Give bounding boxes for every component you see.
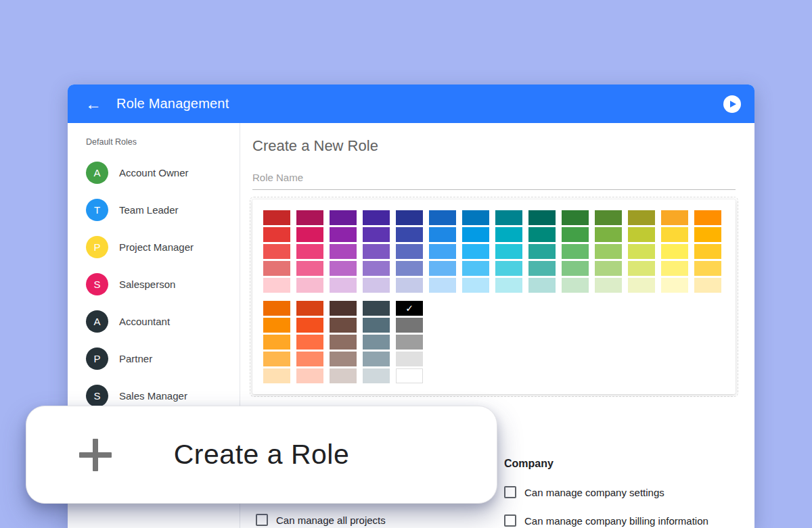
color-swatch-lime[interactable] — [628, 244, 655, 259]
sidebar-item-account-owner[interactable]: AAccount Owner — [68, 154, 240, 191]
color-swatch-indigo[interactable] — [396, 261, 423, 276]
color-swatch-cyan[interactable] — [495, 244, 522, 259]
color-swatch-green[interactable] — [562, 210, 589, 225]
sidebar-item-partner[interactable]: PPartner — [68, 340, 240, 377]
color-swatch-cyan[interactable] — [495, 278, 522, 293]
color-swatch-indigo[interactable] — [396, 227, 423, 242]
color-swatch-amber[interactable] — [694, 227, 721, 242]
color-swatch-yellow[interactable] — [661, 261, 688, 276]
color-swatch-light-green[interactable] — [595, 210, 622, 225]
checkbox[interactable] — [256, 514, 268, 526]
color-swatch-lime[interactable] — [628, 227, 655, 242]
color-swatch-blue-grey[interactable] — [363, 352, 390, 366]
color-swatch-blue[interactable] — [429, 210, 456, 225]
checkbox[interactable] — [504, 514, 516, 527]
color-swatch-red[interactable] — [263, 244, 290, 259]
color-swatch-green[interactable] — [562, 227, 589, 242]
color-swatch-blue[interactable] — [429, 278, 456, 293]
color-swatch-yellow[interactable] — [661, 210, 688, 225]
color-swatch-red[interactable] — [263, 227, 290, 242]
color-swatch-yellow[interactable] — [661, 244, 688, 259]
create-role-button[interactable]: Create a Role — [26, 406, 497, 504]
color-swatch-cyan[interactable] — [495, 261, 522, 276]
color-swatch-teal[interactable] — [528, 227, 556, 242]
color-swatch-deep-orange[interactable] — [296, 352, 323, 366]
color-swatch-light-blue[interactable] — [462, 261, 489, 276]
color-swatch-pink[interactable] — [296, 261, 323, 276]
color-swatch-red[interactable] — [263, 261, 290, 276]
color-swatch-purple[interactable] — [330, 261, 357, 276]
color-swatch-deep-purple[interactable] — [363, 227, 390, 242]
color-swatch-purple[interactable] — [330, 244, 357, 259]
color-swatch-orange[interactable] — [263, 352, 290, 366]
sidebar-item-team-leader[interactable]: TTeam Leader — [68, 191, 240, 229]
color-swatch-pink[interactable] — [296, 210, 323, 225]
color-swatch-blue-grey[interactable] — [363, 301, 390, 316]
sidebar-item-salesperson[interactable]: SSalesperson — [68, 266, 240, 303]
color-swatch-grey[interactable] — [396, 335, 423, 350]
checkbox[interactable] — [504, 486, 516, 498]
color-swatch-grey[interactable] — [396, 318, 423, 333]
color-swatch-lime[interactable] — [628, 261, 655, 276]
role-name-input[interactable] — [252, 172, 736, 183]
color-swatch-green[interactable] — [562, 278, 589, 293]
sidebar-item-project-manager[interactable]: PProject Manager — [68, 229, 240, 266]
color-swatch-light-blue[interactable] — [462, 210, 489, 225]
color-swatch-cyan[interactable] — [495, 227, 522, 242]
color-swatch-brown[interactable] — [330, 335, 357, 350]
back-arrow-icon[interactable]: ← — [85, 96, 102, 112]
color-swatch-indigo[interactable] — [396, 244, 423, 259]
color-swatch-indigo[interactable] — [396, 210, 423, 225]
color-swatch-yellow[interactable] — [661, 227, 688, 242]
color-swatch-red[interactable] — [263, 278, 290, 293]
color-swatch-blue[interactable] — [429, 244, 456, 259]
color-swatch-teal[interactable] — [528, 210, 556, 225]
color-swatch-light-blue[interactable] — [462, 227, 489, 242]
color-swatch-lime[interactable] — [628, 278, 655, 293]
color-swatch-teal[interactable] — [528, 278, 556, 293]
color-swatch-brown[interactable] — [330, 352, 357, 366]
color-swatch-teal[interactable] — [528, 261, 556, 276]
sidebar-item-accountant[interactable]: AAccountant — [68, 303, 240, 340]
color-swatch-red[interactable] — [263, 210, 290, 225]
color-swatch-light-blue[interactable] — [462, 244, 489, 259]
color-swatch-blue-grey[interactable] — [363, 335, 390, 350]
color-swatch-orange[interactable] — [263, 301, 290, 316]
color-swatch-pink[interactable] — [296, 278, 323, 293]
color-swatch-purple[interactable] — [330, 227, 357, 242]
color-swatch-green[interactable] — [562, 261, 589, 276]
color-swatch-green[interactable] — [562, 244, 589, 259]
color-swatch-grey[interactable] — [396, 352, 423, 366]
color-swatch-purple[interactable] — [330, 210, 357, 225]
color-swatch-lime[interactable] — [628, 210, 655, 225]
color-swatch-amber[interactable] — [694, 210, 721, 225]
color-swatch-indigo[interactable] — [396, 278, 423, 293]
color-swatch-light-green[interactable] — [595, 278, 622, 293]
color-swatch-orange[interactable] — [263, 318, 290, 333]
color-swatch-amber[interactable] — [694, 261, 721, 276]
color-swatch-orange[interactable] — [263, 335, 290, 350]
color-swatch-amber[interactable] — [694, 278, 721, 293]
color-swatch-blue-grey[interactable] — [363, 368, 390, 383]
color-swatch-light-green[interactable] — [595, 244, 622, 259]
color-swatch-brown[interactable] — [330, 318, 357, 333]
play-button[interactable] — [723, 95, 741, 113]
color-swatch-deep-purple[interactable] — [363, 261, 390, 276]
color-swatch-pink[interactable] — [296, 227, 323, 242]
color-swatch-teal[interactable] — [528, 244, 556, 259]
color-swatch-brown[interactable] — [330, 368, 357, 383]
color-swatch-light-green[interactable] — [595, 227, 622, 242]
color-swatch-light-green[interactable] — [595, 261, 622, 276]
color-swatch-cyan[interactable] — [495, 210, 522, 225]
color-swatch-blue-grey[interactable] — [363, 318, 390, 333]
color-swatch-amber[interactable] — [694, 244, 721, 259]
color-swatch-deep-orange[interactable] — [296, 318, 323, 333]
color-swatch-purple[interactable] — [330, 278, 357, 293]
color-swatch-grey[interactable] — [396, 368, 423, 383]
color-swatch-light-blue[interactable] — [462, 278, 489, 293]
color-swatch-pink[interactable] — [296, 244, 323, 259]
color-swatch-deep-orange[interactable] — [296, 335, 323, 350]
color-swatch-deep-purple[interactable] — [363, 278, 390, 293]
color-swatch-deep-purple[interactable] — [363, 210, 390, 225]
color-swatch-orange[interactable] — [263, 368, 290, 383]
